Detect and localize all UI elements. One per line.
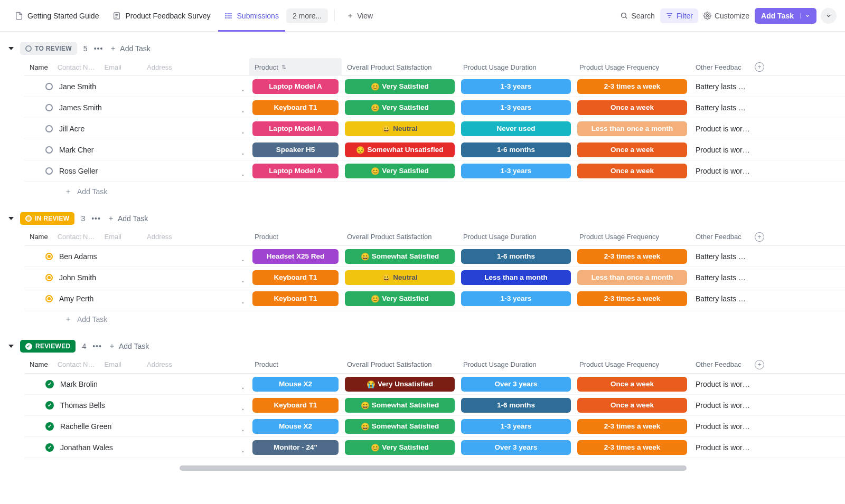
tag-chip[interactable]: Keyboard T1 — [252, 291, 339, 306]
col-email[interactable]: Email — [105, 360, 122, 368]
tag-chip[interactable]: 😄Somewhat Satisfied — [345, 249, 455, 264]
row-other-feedback[interactable]: Product is wor… — [690, 443, 769, 452]
horizontal-scrollbar[interactable] — [0, 465, 845, 471]
table-row[interactable]: Ross Geller . Laptop Model A 😊Very Satis… — [24, 160, 845, 182]
add-task-button[interactable]: Add Task — [755, 8, 816, 24]
col-product[interactable]: Product — [249, 360, 342, 368]
tag-chip[interactable]: 2-3 times a week — [577, 440, 687, 455]
row-other-feedback[interactable]: Product is wor… — [690, 167, 769, 175]
tag-chip[interactable]: Over 3 years — [461, 440, 571, 455]
tag-chip[interactable]: 😊Very Satisfied — [345, 79, 455, 94]
col-duration[interactable]: Product Usage Duration — [458, 360, 574, 368]
col-email[interactable]: Email — [105, 63, 122, 71]
tag-chip[interactable]: Over 3 years — [461, 377, 571, 392]
tag-chip[interactable]: Once a week — [577, 142, 687, 157]
row-other-feedback[interactable]: Battery lasts … — [690, 103, 769, 112]
tag-chip[interactable]: Monitor - 24" — [252, 440, 339, 455]
table-row[interactable]: Mark Cher . Speaker H5 😔Somewhat Unsatis… — [24, 139, 845, 160]
col-contact[interactable]: Contact N… — [58, 233, 95, 241]
col-frequency[interactable]: Product Usage Frequency — [574, 360, 690, 368]
tag-chip[interactable]: 😊Very Satisfied — [345, 164, 455, 178]
group-add-task[interactable]: ＋ Add Task — [108, 341, 149, 351]
row-other-feedback[interactable]: Battery lasts … — [690, 252, 769, 261]
tag-chip[interactable]: 2-3 times a week — [577, 291, 687, 306]
tag-chip[interactable]: 😊Very Satisfied — [345, 291, 455, 306]
tag-chip[interactable]: 1-3 years — [461, 79, 571, 94]
tab-getting-started[interactable]: Getting Started Guide — [8, 7, 105, 24]
search-button[interactable]: Search — [615, 8, 660, 23]
group-more-button[interactable]: ••• — [91, 214, 101, 223]
table-row[interactable]: ✓ Thomas Bells . Keyboard T1 😄Somewhat S… — [24, 395, 845, 416]
col-frequency[interactable]: Product Usage Frequency — [574, 233, 690, 241]
row-other-feedback[interactable]: Product is wor… — [690, 422, 769, 431]
tag-chip[interactable]: 1-3 years — [461, 291, 571, 306]
row-other-feedback[interactable]: Battery lasts … — [690, 294, 769, 303]
tag-chip[interactable]: Less than once a month — [577, 121, 687, 136]
tab-submissions[interactable]: Submissions — [218, 7, 285, 24]
tag-chip[interactable]: 2-3 times a week — [577, 79, 687, 94]
table-row[interactable]: Jane Smith . Laptop Model A 😊Very Satisf… — [24, 76, 845, 97]
row-other-feedback[interactable]: Product is wor… — [690, 401, 769, 410]
collapse-toggle[interactable] — [8, 217, 14, 220]
tag-chip[interactable]: Laptop Model A — [252, 121, 339, 136]
table-row[interactable]: ✓ Rachelle Green . Mouse X2 😄Somewhat Sa… — [24, 416, 845, 437]
col-other-feedback[interactable]: Other Feedbac + — [690, 360, 769, 369]
col-name[interactable]: Name — [30, 233, 48, 241]
col-other-feedback[interactable]: Other Feedbac + — [690, 62, 769, 72]
tag-chip[interactable]: Laptop Model A — [252, 79, 339, 94]
col-satisfaction[interactable]: Overall Product Satisfaction — [342, 63, 458, 71]
tag-chip[interactable]: 1-3 years — [461, 100, 571, 115]
status-pill[interactable]: IN REVIEW — [20, 212, 74, 225]
tag-chip[interactable]: Never used — [461, 121, 571, 136]
tag-chip[interactable]: Once a week — [577, 164, 687, 178]
tag-chip[interactable]: 😔Somewhat Unsatisfied — [345, 142, 455, 157]
col-contact[interactable]: Contact N… — [58, 63, 95, 71]
col-address[interactable]: Address — [147, 233, 172, 241]
col-name[interactable]: Name — [30, 360, 48, 368]
tag-chip[interactable]: 1-6 months — [461, 249, 571, 264]
group-add-task[interactable]: ＋ Add Task — [107, 214, 148, 223]
add-column-button[interactable]: + — [755, 62, 764, 72]
col-address[interactable]: Address — [147, 63, 172, 71]
row-other-feedback[interactable]: Product is wor… — [690, 146, 769, 154]
tag-chip[interactable]: 1-6 months — [461, 398, 571, 413]
scrollbar-thumb[interactable] — [180, 465, 687, 471]
row-other-feedback[interactable]: Battery lasts … — [690, 273, 769, 282]
col-satisfaction[interactable]: Overall Product Satisfaction — [342, 233, 458, 241]
add-column-button[interactable]: + — [755, 360, 764, 369]
group-more-button[interactable]: ••• — [94, 44, 104, 53]
col-duration[interactable]: Product Usage Duration — [458, 63, 574, 71]
tag-chip[interactable]: Keyboard T1 — [252, 398, 339, 413]
col-address[interactable]: Address — [147, 360, 172, 368]
add-column-button[interactable]: + — [755, 232, 764, 242]
tag-chip[interactable]: Mouse X2 — [252, 377, 339, 392]
chevron-down-icon[interactable] — [800, 13, 810, 18]
col-product[interactable]: Product⇅ — [249, 58, 342, 76]
tag-chip[interactable]: 😀Neutral — [345, 121, 455, 136]
col-other-feedback[interactable]: Other Feedbac + — [690, 232, 769, 242]
col-duration[interactable]: Product Usage Duration — [458, 233, 574, 241]
table-row[interactable]: Ben Adams . Headset X25 Red 😄Somewhat Sa… — [24, 246, 845, 267]
table-row[interactable]: John Smith . Keyboard T1 😀Neutral Less t… — [24, 267, 845, 288]
status-pill[interactable]: ✓ REVIEWED — [20, 340, 76, 353]
tag-chip[interactable]: 1-3 years — [461, 419, 571, 434]
table-row[interactable]: ✓ Mark Brolin . Mouse X2 😭Very Unsatisfi… — [24, 374, 845, 395]
tab-product-feedback[interactable]: Product Feedback Survey — [106, 7, 217, 24]
tag-chip[interactable]: 1-6 months — [461, 142, 571, 157]
table-row[interactable]: James Smith . Keyboard T1 😊Very Satisfie… — [24, 97, 845, 118]
tag-chip[interactable]: 😊Very Satisfied — [345, 440, 455, 455]
tag-chip[interactable]: Less than a month — [461, 270, 571, 285]
table-row[interactable]: ✓ Jonathan Wales . Monitor - 24" 😊Very S… — [24, 437, 845, 458]
more-menu-button[interactable] — [821, 8, 837, 24]
tag-chip[interactable]: 2-3 times a week — [577, 419, 687, 434]
table-row[interactable]: Jill Acre . Laptop Model A 😀Neutral Neve… — [24, 118, 845, 139]
tag-chip[interactable]: Mouse X2 — [252, 419, 339, 434]
table-row[interactable]: Amy Perth . Keyboard T1 😊Very Satisfied … — [24, 288, 845, 309]
group-add-task[interactable]: ＋ Add Task — [109, 44, 150, 53]
tag-chip[interactable]: Less than once a month — [577, 270, 687, 285]
tag-chip[interactable]: Once a week — [577, 377, 687, 392]
add-task-row[interactable]: ＋ Add Task — [24, 309, 845, 329]
col-email[interactable]: Email — [105, 233, 122, 241]
tag-chip[interactable]: 😄Somewhat Satisfied — [345, 419, 455, 434]
tag-chip[interactable]: Keyboard T1 — [252, 100, 339, 115]
